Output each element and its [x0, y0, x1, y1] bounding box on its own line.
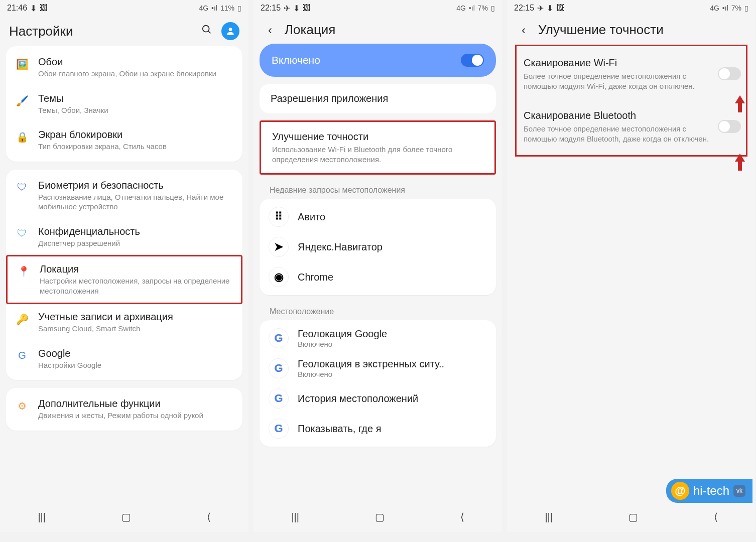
accuracy-item[interactable]: Сканирование Wi-FiБолее точное определен… — [520, 48, 743, 101]
item-title: Google — [38, 348, 233, 359]
highlight-box: Сканирование Wi-FiБолее точное определен… — [515, 45, 747, 157]
avatar[interactable] — [221, 22, 239, 40]
service-item[interactable]: GИстория местоположений — [260, 383, 496, 414]
item-title: Конфиденциальность — [38, 226, 233, 237]
screen-accuracy: 22:15 ✈ ⬇ 🖼 4G •ıl 7% ▯ ‹ Улучшение точн… — [507, 0, 755, 532]
nav-bar: ||| ▢ ⟨ — [0, 502, 248, 532]
service-sub: Включено — [298, 370, 487, 378]
nav-back-icon[interactable]: ⟨ — [460, 511, 464, 523]
service-sub: Включено — [298, 340, 487, 348]
search-icon[interactable] — [199, 22, 214, 40]
service-item[interactable]: GГеолокация GoogleВключено — [260, 323, 496, 353]
settings-group: ⚙Дополнительные функцииДвижения и жесты,… — [6, 388, 242, 431]
service-name: Геолокация в экстренных ситу.. — [298, 358, 487, 370]
app-permissions-item[interactable]: Разрешения приложения — [260, 84, 496, 113]
nav-home-icon[interactable]: ▢ — [121, 511, 131, 523]
page-title: Улучшение точности — [538, 22, 746, 38]
item-icon: 🖼️ — [15, 57, 29, 71]
nav-back-icon[interactable]: ⟨ — [714, 511, 718, 523]
location-master-toggle[interactable]: Включено — [260, 44, 496, 77]
telegram-icon: ✈ — [284, 4, 290, 13]
app-name: Яндекс.Навигатор — [298, 241, 487, 253]
location-services-card: GГеолокация GoogleВключеноGГеолокация в … — [260, 320, 496, 447]
section-recent-requests: Недавние запросы местоположения — [260, 182, 496, 199]
google-icon: G — [269, 419, 289, 439]
back-icon[interactable]: ‹ — [263, 23, 278, 37]
header: ‹ Улучшение точности — [507, 16, 755, 44]
watermark: @ hi-tech vk — [666, 479, 752, 503]
item-icon: 🛡 — [15, 181, 29, 195]
item-title: Локация — [40, 263, 232, 275]
settings-group: 🛡Биометрия и безопасностьРаспознавание л… — [6, 170, 242, 380]
settings-item[interactable]: ⚙Дополнительные функцииДвижения и жесты,… — [6, 391, 242, 428]
status-bar: 22:15 ✈ ⬇ 🖼 4G •ıl 7% ▯ — [254, 0, 502, 16]
item-sub: Распознавание лица, Отпечатки пальцев, Н… — [38, 192, 233, 212]
vk-icon: vk — [733, 485, 745, 497]
item-sub: Более точное определение местоположения … — [524, 124, 712, 145]
app-item[interactable]: ➤Яндекс.Навигатор — [260, 232, 496, 262]
item-icon: G — [15, 349, 29, 363]
item-icon: 🔑 — [15, 312, 29, 326]
item-sub: Samsung Cloud, Smart Switch — [38, 324, 233, 334]
service-item[interactable]: GГеолокация в экстренных ситу..Включено — [260, 353, 496, 383]
download-icon: ⬇ — [547, 4, 553, 13]
settings-item[interactable]: 📍ЛокацияНастройки местоположения, запрос… — [6, 255, 242, 304]
screen-location: 22:15 ✈ ⬇ 🖼 4G •ıl 7% ▯ ‹ Локация Включе… — [254, 0, 502, 532]
item-sub: Более точное определение местоположения … — [524, 71, 712, 92]
page-title: Настройки — [9, 24, 192, 39]
nav-recent-icon[interactable]: ||| — [545, 511, 553, 523]
switch-on-icon[interactable] — [461, 54, 484, 67]
section-location-services: Местоположение — [260, 303, 496, 320]
battery-icon: ▯ — [237, 4, 241, 12]
nav-home-icon[interactable]: ▢ — [628, 511, 638, 523]
accuracy-item[interactable]: Сканирование BluetoothБолее точное опред… — [520, 101, 743, 154]
annotation-arrow — [732, 95, 747, 112]
service-item[interactable]: GПоказывать, где я — [260, 414, 496, 444]
settings-item[interactable]: GGoogleНастройки Google — [6, 341, 242, 377]
settings-item[interactable]: 🖼️ОбоиОбои главного экрана, Обои на экра… — [6, 49, 242, 86]
settings-item[interactable]: 🔒Экран блокировкиТип блокировки экрана, … — [6, 122, 242, 159]
app-icon: ◉ — [269, 267, 289, 287]
telegram-icon: ✈ — [537, 4, 544, 13]
watermark-text: hi-tech — [693, 484, 729, 498]
google-icon: G — [269, 388, 289, 409]
settings-item[interactable]: 🛡КонфиденциальностьДиспетчер разрешений — [6, 219, 242, 255]
item-title: Темы — [38, 93, 233, 104]
network-icon: 4G — [710, 4, 719, 12]
status-bar: 22:15 ✈ ⬇ 🖼 4G •ıl 7% ▯ — [507, 0, 755, 16]
service-name: Геолокация Google — [298, 328, 487, 340]
nav-recent-icon[interactable]: ||| — [38, 511, 46, 523]
item-sub: Тип блокировки экрана, Стиль часов — [38, 142, 233, 152]
item-title: Разрешения приложения — [271, 93, 485, 104]
switch-off-icon[interactable] — [718, 120, 741, 133]
item-sub: Настройки местоположения, запросы на опр… — [40, 276, 232, 296]
app-item[interactable]: ⠿Авито — [260, 202, 496, 232]
item-title: Сканирование Wi-Fi — [524, 57, 712, 69]
app-name: Chrome — [298, 272, 487, 283]
settings-item[interactable]: 🛡Биометрия и безопасностьРаспознавание л… — [6, 173, 242, 219]
settings-item[interactable]: 🔑Учетные записи и архивацияSamsung Cloud… — [6, 304, 242, 341]
app-item[interactable]: ◉Chrome — [260, 262, 496, 292]
item-title: Учетные записи и архивация — [38, 311, 233, 323]
nav-bar: ||| ▢ ⟨ — [507, 502, 755, 532]
item-sub: Обои главного экрана, Обои на экране бло… — [38, 69, 233, 79]
nav-back-icon[interactable]: ⟨ — [207, 511, 211, 523]
switch-off-icon[interactable] — [718, 67, 741, 80]
settings-item[interactable]: 🖌️ТемыТемы, Обои, Значки — [6, 86, 242, 122]
battery-pct: 7% — [731, 4, 741, 12]
item-title: Экран блокировки — [38, 129, 233, 141]
status-bar: 21:46 ⬇ 🖼 4G •ıl 11% ▯ — [0, 0, 248, 16]
nav-recent-icon[interactable]: ||| — [291, 511, 299, 523]
network-icon: 4G — [456, 4, 466, 12]
status-time: 22:15 — [514, 4, 534, 13]
back-icon[interactable]: ‹ — [516, 23, 531, 37]
header: ‹ Локация — [254, 16, 502, 44]
nav-home-icon[interactable]: ▢ — [375, 511, 385, 523]
settings-group: 🖼️ОбоиОбои главного экрана, Обои на экра… — [6, 46, 242, 162]
item-sub: Использование Wi-Fi и Bluetooth для боле… — [272, 145, 483, 164]
header: Настройки — [0, 16, 248, 46]
battery-pct: 11% — [220, 4, 234, 12]
battery-pct: 7% — [478, 4, 488, 12]
download-icon: ⬇ — [293, 4, 300, 13]
improve-accuracy-item[interactable]: Улучшение точности Использование Wi-Fi и… — [260, 120, 496, 175]
